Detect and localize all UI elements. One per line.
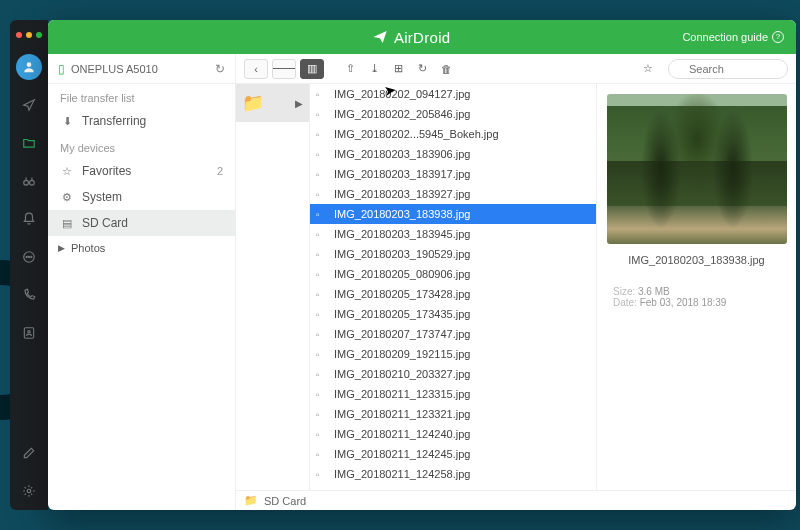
search-input[interactable] bbox=[668, 59, 788, 79]
file-icon: ▫ bbox=[316, 269, 328, 280]
file-row[interactable]: ▫IMG_20180211_124258.jpg bbox=[310, 464, 596, 484]
favorite-button[interactable]: ☆ bbox=[638, 59, 658, 79]
folder-column: 📁 ▶ bbox=[236, 84, 310, 490]
file-icon: ▫ bbox=[316, 109, 328, 120]
device-row[interactable]: ▯ ONEPLUS A5010 ↻ bbox=[48, 54, 235, 84]
svg-point-6 bbox=[31, 256, 32, 257]
file-row[interactable]: ▫IMG_20180209_192115.jpg bbox=[310, 344, 596, 364]
gear-icon: ⚙ bbox=[60, 191, 74, 204]
nav-binoculars-icon[interactable] bbox=[16, 168, 42, 194]
file-row[interactable]: ▫IMG_20180202_205846.jpg bbox=[310, 104, 596, 124]
chevron-right-icon: ▶ bbox=[295, 98, 303, 109]
file-icon: ▫ bbox=[316, 229, 328, 240]
list-view-button[interactable] bbox=[272, 59, 296, 79]
refresh-icon[interactable]: ↻ bbox=[215, 62, 225, 76]
file-name: IMG_20180211_123321.jpg bbox=[334, 408, 470, 420]
file-name: IMG_20180202_205846.jpg bbox=[334, 108, 470, 120]
nav-chat-icon[interactable] bbox=[16, 244, 42, 270]
delete-button[interactable]: 🗑 bbox=[436, 59, 456, 79]
sidebar-item-label: System bbox=[82, 190, 122, 204]
side-panel: ▯ ONEPLUS A5010 ↻ File transfer list ⬇ T… bbox=[48, 54, 236, 510]
new-folder-button[interactable]: ⊞ bbox=[388, 59, 408, 79]
file-name: IMG_20180203_183938.jpg bbox=[334, 208, 470, 220]
file-row[interactable]: ▫IMG_20180205_080906.jpg bbox=[310, 264, 596, 284]
transferring-item[interactable]: ⬇ Transferring bbox=[48, 108, 235, 134]
favorites-count: 2 bbox=[217, 165, 223, 177]
svg-point-9 bbox=[27, 489, 31, 493]
column-view-button[interactable]: ▥ bbox=[300, 59, 324, 79]
file-name: IMG_20180210_203327.jpg bbox=[334, 368, 470, 380]
download-button[interactable]: ⤓ bbox=[364, 59, 384, 79]
file-icon: ▫ bbox=[316, 209, 328, 220]
nav-send-icon[interactable] bbox=[16, 92, 42, 118]
brand-text: AirDroid bbox=[394, 29, 451, 46]
tree-item-photos[interactable]: ▶ Photos bbox=[48, 236, 235, 260]
file-row[interactable]: ▫IMG_20180210_203327.jpg bbox=[310, 364, 596, 384]
nav-bell-icon[interactable] bbox=[16, 206, 42, 232]
folder-tile[interactable]: 📁 ▶ bbox=[236, 84, 309, 122]
file-name: IMG_20180203_183917.jpg bbox=[334, 168, 470, 180]
back-button[interactable]: ‹ bbox=[244, 59, 268, 79]
window-controls bbox=[14, 28, 44, 48]
file-row[interactable]: ▫IMG_20180211_123321.jpg bbox=[310, 404, 596, 424]
file-list[interactable]: ▫IMG_20180202_094127.jpg▫IMG_20180202_20… bbox=[310, 84, 596, 490]
file-row[interactable]: ▫IMG_20180211_123315.jpg bbox=[310, 384, 596, 404]
nav-call-icon[interactable] bbox=[16, 282, 42, 308]
section-file-transfer: File transfer list bbox=[48, 84, 235, 108]
file-row[interactable]: ▫IMG_20180211_124245.jpg bbox=[310, 444, 596, 464]
file-icon: ▫ bbox=[316, 289, 328, 300]
file-row[interactable]: ▫IMG_20180203_183945.jpg bbox=[310, 224, 596, 244]
file-row[interactable]: ▫IMG_20180211_124240.jpg bbox=[310, 424, 596, 444]
transferring-label: Transferring bbox=[82, 114, 146, 128]
svg-point-2 bbox=[30, 180, 35, 185]
nav-contacts-icon[interactable] bbox=[16, 320, 42, 346]
minimize-window[interactable] bbox=[26, 32, 32, 38]
file-row[interactable]: ▫IMG_20180203_190529.jpg bbox=[310, 244, 596, 264]
status-bar: 📁 SD Card bbox=[236, 490, 796, 510]
file-icon: ▫ bbox=[316, 189, 328, 200]
file-name: IMG_20180203_190529.jpg bbox=[334, 248, 470, 260]
help-icon: ? bbox=[772, 31, 784, 43]
app-header: AirDroid Connection guide ? bbox=[48, 20, 796, 54]
file-row[interactable]: ▫IMG_20180207_173747.jpg bbox=[310, 324, 596, 344]
file-row[interactable]: ▫IMG_20180202_094127.jpg bbox=[310, 84, 596, 104]
file-name: IMG_20180211_124245.jpg bbox=[334, 448, 470, 460]
file-name: IMG_20180211_123315.jpg bbox=[334, 388, 470, 400]
file-icon: ▫ bbox=[316, 429, 328, 440]
maximize-window[interactable] bbox=[36, 32, 42, 38]
file-icon: ▫ bbox=[316, 89, 328, 100]
connection-guide-link[interactable]: Connection guide ? bbox=[682, 31, 784, 43]
sidebar-item-label: Favorites bbox=[82, 164, 131, 178]
phone-icon: ▯ bbox=[58, 62, 65, 76]
file-icon: ▫ bbox=[316, 129, 328, 140]
sidebar-item-sdcard[interactable]: ▤ SD Card bbox=[48, 210, 235, 236]
file-name: IMG_20180207_173747.jpg bbox=[334, 328, 470, 340]
preview-image bbox=[607, 94, 787, 244]
nav-files-icon[interactable] bbox=[16, 130, 42, 156]
sidebar-item-favorites[interactable]: ☆ Favorites 2 bbox=[48, 158, 235, 184]
file-row[interactable]: ▫IMG_20180202...5945_Bokeh.jpg bbox=[310, 124, 596, 144]
file-row[interactable]: ▫IMG_20180203_183938.jpg bbox=[310, 204, 596, 224]
file-icon: ▫ bbox=[316, 449, 328, 460]
upload-button[interactable]: ⇧ bbox=[340, 59, 360, 79]
refresh-button[interactable]: ↻ bbox=[412, 59, 432, 79]
file-row[interactable]: ▫IMG_20180205_173435.jpg bbox=[310, 304, 596, 324]
file-row[interactable]: ▫IMG_20180203_183917.jpg bbox=[310, 164, 596, 184]
paper-plane-icon bbox=[372, 29, 388, 45]
sdcard-icon: ▤ bbox=[60, 217, 74, 230]
file-row[interactable]: ▫IMG_20180205_173428.jpg bbox=[310, 284, 596, 304]
section-my-devices: My devices bbox=[48, 134, 235, 158]
folder-icon: 📁 bbox=[242, 92, 264, 114]
toolbar: ‹ ▥ ⇧ ⤓ ⊞ ↻ 🗑 ☆ 🔍 bbox=[236, 54, 796, 84]
nav-settings-icon[interactable] bbox=[16, 478, 42, 504]
sidebar-item-system[interactable]: ⚙ System bbox=[48, 184, 235, 210]
nav-profile[interactable] bbox=[16, 54, 42, 80]
nav-edit-icon[interactable] bbox=[16, 440, 42, 466]
file-name: IMG_20180202_094127.jpg bbox=[334, 88, 470, 100]
main-window: AirDroid Connection guide ? ▯ ONEPLUS A5… bbox=[48, 20, 796, 510]
file-row[interactable]: ▫IMG_20180203_183906.jpg bbox=[310, 144, 596, 164]
file-row[interactable]: ▫IMG_20180203_183927.jpg bbox=[310, 184, 596, 204]
file-icon: ▫ bbox=[316, 369, 328, 380]
file-icon: ▫ bbox=[316, 469, 328, 480]
close-window[interactable] bbox=[16, 32, 22, 38]
